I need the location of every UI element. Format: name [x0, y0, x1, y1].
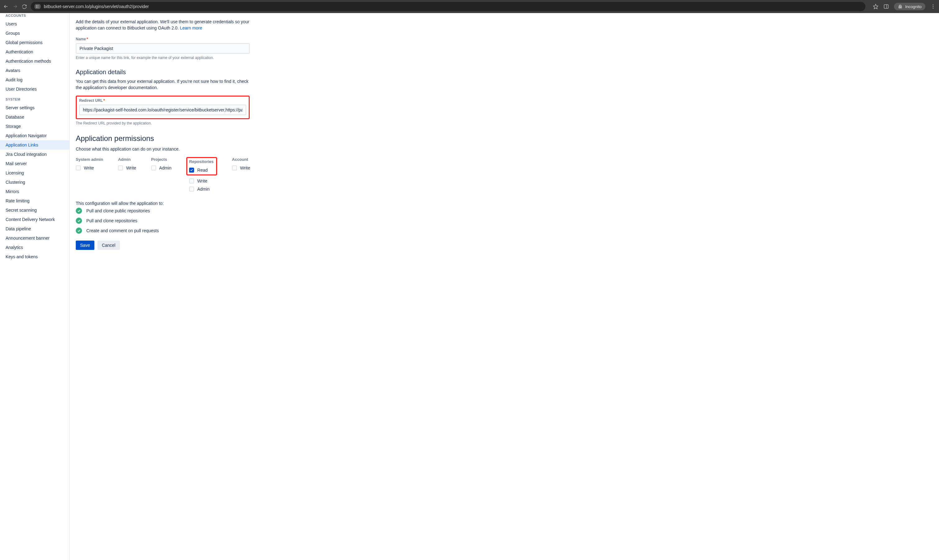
svg-marker-4 [873, 5, 878, 9]
sidebar-item[interactable]: Rate limiting [0, 196, 69, 206]
sidebar-item[interactable]: Global permissions [0, 38, 69, 47]
perm-col-account: Account Write [232, 157, 250, 174]
allow-row: Pull and clone repositories [76, 218, 249, 224]
sidebar-item[interactable]: Database [0, 112, 69, 122]
sidebar-item[interactable]: Server settings [0, 103, 69, 112]
perm-system-admin-write[interactable]: Write [76, 165, 103, 171]
sidebar-item[interactable]: Authentication methods [0, 57, 69, 66]
sidebar-item[interactable]: Keys and tokens [0, 252, 69, 262]
redirect-url-input[interactable] [79, 105, 246, 115]
perm-admin-write[interactable]: Write [118, 165, 136, 171]
sidebar-item[interactable]: Application Links [0, 140, 69, 150]
sidebar-item[interactable]: Users [0, 19, 69, 29]
perm-col-admin: Admin Write [118, 157, 136, 174]
learn-more-link[interactable]: Learn more [180, 25, 202, 31]
cancel-button[interactable]: Cancel [97, 241, 120, 250]
sidebar-item[interactable]: Groups [0, 29, 69, 38]
sidebar-item[interactable]: Clustering [0, 178, 69, 187]
sidebar-item[interactable]: Avatars [0, 66, 69, 75]
browser-chrome: bitbucket-server.com.lo/plugins/servlet/… [0, 0, 939, 13]
sidebar-item[interactable]: Licensing [0, 168, 69, 178]
save-button[interactable]: Save [76, 241, 94, 250]
sidebar-group-accounts: ACCOUNTS [0, 14, 69, 19]
check-circle-icon [76, 208, 82, 214]
perm-col-system-admin: System admin Write [76, 157, 103, 174]
svg-point-8 [901, 7, 902, 8]
name-input[interactable] [76, 43, 249, 54]
perm-col-repositories: Repositories Read Write Admin [186, 157, 217, 195]
permissions-desc: Choose what this application can do on y… [76, 146, 249, 152]
app-details-desc: You can get this data from your external… [76, 78, 249, 91]
sidebar-item[interactable]: Mirrors [0, 187, 69, 196]
address-bar[interactable]: bitbucket-server.com.lo/plugins/servlet/… [31, 2, 865, 11]
svg-rect-0 [36, 6, 37, 6]
perm-repositories-read[interactable]: Read [189, 168, 214, 172]
back-icon[interactable] [3, 4, 9, 9]
sidebar-item[interactable]: User Directories [0, 85, 69, 94]
sidebar-item[interactable]: Secret scanning [0, 206, 69, 215]
svg-rect-5 [884, 5, 888, 8]
forward-icon[interactable] [12, 4, 18, 9]
allow-intro: This configuration will allow the applic… [76, 201, 249, 206]
permissions-grid: System admin Write Admin Write Projects [76, 157, 249, 195]
kebab-menu-icon[interactable] [930, 4, 936, 9]
perm-repositories-admin[interactable]: Admin [189, 186, 217, 192]
sidebar-item[interactable]: Analytics [0, 243, 69, 252]
check-circle-icon [76, 228, 82, 234]
perm-col-projects: Projects Admin [151, 157, 172, 174]
sidebar-item[interactable]: Jira Cloud integration [0, 150, 69, 159]
allow-row: Create and comment on pull requests [76, 228, 249, 234]
redirect-label: Redirect URL* [79, 98, 246, 103]
svg-point-10 [933, 5, 934, 5]
url-text: bitbucket-server.com.lo/plugins/servlet/… [44, 4, 149, 9]
reload-icon[interactable] [22, 4, 27, 9]
sidebar-item[interactable]: Storage [0, 122, 69, 131]
svg-point-7 [899, 7, 900, 8]
main-content: Add the details of your external applica… [69, 13, 939, 560]
site-settings-icon[interactable] [34, 4, 41, 9]
sidebar-item[interactable]: Content Delivery Network [0, 215, 69, 224]
sidebar-item[interactable]: Audit log [0, 75, 69, 85]
redirect-url-highlight: Redirect URL* [76, 95, 249, 119]
name-help: Enter a unique name for this link, for e… [76, 55, 249, 60]
name-label: Name* [76, 37, 249, 41]
allow-list: Pull and clone public repositoriesPull a… [76, 208, 249, 234]
sidebar-item[interactable]: Data pipeline [0, 224, 69, 234]
intro-text: Add the details of your external applica… [76, 18, 249, 31]
allow-row: Pull and clone public repositories [76, 208, 249, 214]
sidebar-group-system: SYSTEM [0, 94, 69, 103]
svg-point-12 [933, 8, 934, 9]
sidebar-item[interactable]: Authentication [0, 47, 69, 57]
incognito-badge[interactable]: Incognito [894, 3, 925, 10]
svg-rect-1 [36, 7, 37, 8]
admin-sidebar: ACCOUNTS UsersGroupsGlobal permissionsAu… [0, 13, 69, 560]
svg-point-11 [933, 6, 934, 7]
bookmark-icon[interactable] [873, 4, 879, 9]
perm-account-write[interactable]: Write [232, 165, 250, 171]
sidebar-item[interactable]: Application Navigator [0, 131, 69, 140]
app-details-heading: Application details [76, 69, 249, 76]
check-circle-icon [76, 218, 82, 224]
panel-icon[interactable] [884, 4, 889, 9]
repositories-read-highlight: Repositories Read [186, 157, 217, 175]
redirect-help: The Redirect URL provided by the applica… [76, 121, 249, 125]
sidebar-item[interactable]: Announcement banner [0, 234, 69, 243]
perm-projects-admin[interactable]: Admin [151, 165, 172, 171]
sidebar-item[interactable]: Mail server [0, 159, 69, 168]
perm-repositories-write[interactable]: Write [189, 178, 217, 183]
permissions-heading: Application permissions [76, 134, 249, 143]
